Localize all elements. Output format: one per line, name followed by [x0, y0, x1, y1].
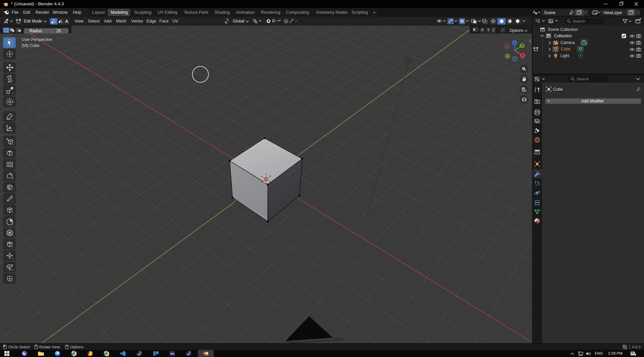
svg-text:An: An — [170, 352, 174, 355]
svg-text:X: X — [522, 54, 524, 57]
svg-text:Y: Y — [521, 44, 523, 47]
svg-text:Z: Z — [514, 41, 516, 45]
